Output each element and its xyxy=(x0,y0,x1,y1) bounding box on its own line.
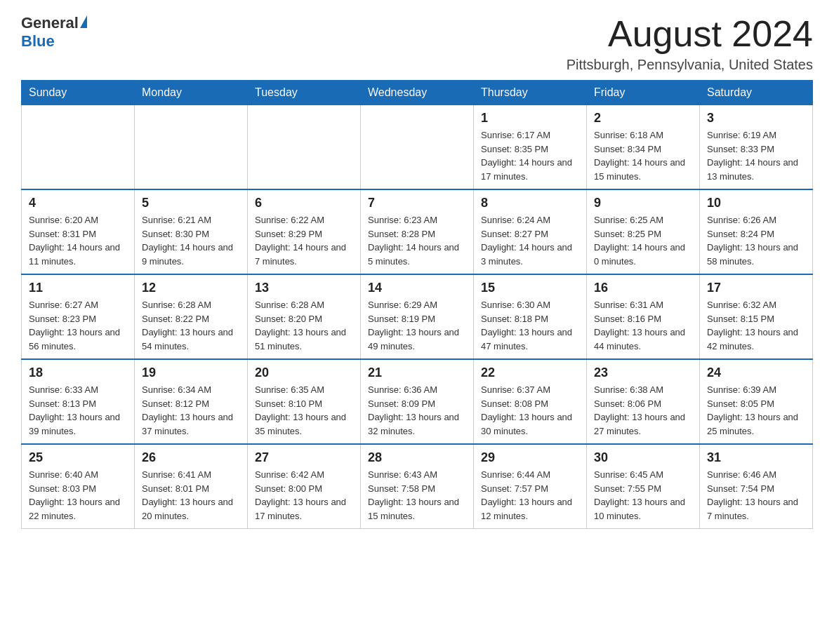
day-info: Sunrise: 6:28 AMSunset: 8:22 PMDaylight:… xyxy=(142,298,240,353)
calendar-cell: 27Sunrise: 6:42 AMSunset: 8:00 PMDayligh… xyxy=(248,444,361,529)
calendar-cell: 3Sunrise: 6:19 AMSunset: 8:33 PMDaylight… xyxy=(700,105,813,190)
day-number: 2 xyxy=(594,111,692,126)
day-number: 1 xyxy=(481,111,579,126)
calendar-cell: 31Sunrise: 6:46 AMSunset: 7:54 PMDayligh… xyxy=(700,444,813,529)
day-of-week-header: Sunday xyxy=(22,81,135,105)
day-number: 4 xyxy=(29,196,127,210)
calendar-header-row: SundayMondayTuesdayWednesdayThursdayFrid… xyxy=(22,81,813,105)
calendar-cell: 4Sunrise: 6:20 AMSunset: 8:31 PMDaylight… xyxy=(22,189,135,274)
calendar-cell: 21Sunrise: 6:36 AMSunset: 8:09 PMDayligh… xyxy=(361,359,474,444)
day-number: 20 xyxy=(255,365,353,380)
calendar-cell: 28Sunrise: 6:43 AMSunset: 7:58 PMDayligh… xyxy=(361,444,474,529)
calendar-cell: 5Sunrise: 6:21 AMSunset: 8:30 PMDaylight… xyxy=(135,189,248,274)
calendar-cell xyxy=(22,105,135,190)
calendar-cell: 8Sunrise: 6:24 AMSunset: 8:27 PMDaylight… xyxy=(474,189,587,274)
day-info: Sunrise: 6:23 AMSunset: 8:28 PMDaylight:… xyxy=(368,213,466,268)
day-info: Sunrise: 6:33 AMSunset: 8:13 PMDaylight:… xyxy=(29,383,127,438)
calendar-cell: 17Sunrise: 6:32 AMSunset: 8:15 PMDayligh… xyxy=(700,274,813,359)
day-number: 16 xyxy=(594,281,692,295)
day-number: 9 xyxy=(594,196,692,210)
day-number: 24 xyxy=(707,365,805,380)
day-number: 14 xyxy=(368,281,466,295)
day-info: Sunrise: 6:38 AMSunset: 8:06 PMDaylight:… xyxy=(594,383,692,438)
day-number: 3 xyxy=(707,111,805,126)
day-info: Sunrise: 6:30 AMSunset: 8:18 PMDaylight:… xyxy=(481,298,579,353)
calendar-cell: 24Sunrise: 6:39 AMSunset: 8:05 PMDayligh… xyxy=(700,359,813,444)
calendar-cell: 20Sunrise: 6:35 AMSunset: 8:10 PMDayligh… xyxy=(248,359,361,444)
day-number: 18 xyxy=(29,365,127,380)
logo-triangle-icon xyxy=(80,15,87,28)
calendar-cell: 29Sunrise: 6:44 AMSunset: 7:57 PMDayligh… xyxy=(474,444,587,529)
day-number: 28 xyxy=(368,450,466,465)
day-number: 7 xyxy=(368,196,466,210)
day-info: Sunrise: 6:29 AMSunset: 8:19 PMDaylight:… xyxy=(368,298,466,353)
day-of-week-header: Friday xyxy=(587,81,700,105)
day-number: 8 xyxy=(481,196,579,210)
day-of-week-header: Saturday xyxy=(700,81,813,105)
calendar-cell: 2Sunrise: 6:18 AMSunset: 8:34 PMDaylight… xyxy=(587,105,700,190)
day-number: 22 xyxy=(481,365,579,380)
calendar-cell: 16Sunrise: 6:31 AMSunset: 8:16 PMDayligh… xyxy=(587,274,700,359)
calendar-cell: 25Sunrise: 6:40 AMSunset: 8:03 PMDayligh… xyxy=(22,444,135,529)
day-info: Sunrise: 6:22 AMSunset: 8:29 PMDaylight:… xyxy=(255,213,353,268)
calendar-cell xyxy=(361,105,474,190)
logo-general: General xyxy=(21,14,79,32)
calendar-cell: 26Sunrise: 6:41 AMSunset: 8:01 PMDayligh… xyxy=(135,444,248,529)
day-info: Sunrise: 6:39 AMSunset: 8:05 PMDaylight:… xyxy=(707,383,805,438)
day-number: 12 xyxy=(142,281,240,295)
day-info: Sunrise: 6:43 AMSunset: 7:58 PMDaylight:… xyxy=(368,468,466,523)
calendar-cell: 6Sunrise: 6:22 AMSunset: 8:29 PMDaylight… xyxy=(248,189,361,274)
day-info: Sunrise: 6:24 AMSunset: 8:27 PMDaylight:… xyxy=(481,213,579,268)
calendar-cell: 14Sunrise: 6:29 AMSunset: 8:19 PMDayligh… xyxy=(361,274,474,359)
location-title: Pittsburgh, Pennsylvania, United States xyxy=(567,57,813,73)
day-info: Sunrise: 6:42 AMSunset: 8:00 PMDaylight:… xyxy=(255,468,353,523)
calendar-cell: 18Sunrise: 6:33 AMSunset: 8:13 PMDayligh… xyxy=(22,359,135,444)
day-info: Sunrise: 6:17 AMSunset: 8:35 PMDaylight:… xyxy=(481,128,579,183)
calendar-week-row: 18Sunrise: 6:33 AMSunset: 8:13 PMDayligh… xyxy=(22,359,813,444)
day-number: 30 xyxy=(594,450,692,465)
calendar-cell: 19Sunrise: 6:34 AMSunset: 8:12 PMDayligh… xyxy=(135,359,248,444)
day-info: Sunrise: 6:41 AMSunset: 8:01 PMDaylight:… xyxy=(142,468,240,523)
month-title: August 2024 xyxy=(567,14,813,54)
calendar-week-row: 25Sunrise: 6:40 AMSunset: 8:03 PMDayligh… xyxy=(22,444,813,529)
day-info: Sunrise: 6:36 AMSunset: 8:09 PMDaylight:… xyxy=(368,383,466,438)
day-number: 10 xyxy=(707,196,805,210)
day-info: Sunrise: 6:32 AMSunset: 8:15 PMDaylight:… xyxy=(707,298,805,353)
day-of-week-header: Tuesday xyxy=(248,81,361,105)
calendar-cell: 7Sunrise: 6:23 AMSunset: 8:28 PMDaylight… xyxy=(361,189,474,274)
calendar-cell: 30Sunrise: 6:45 AMSunset: 7:55 PMDayligh… xyxy=(587,444,700,529)
day-info: Sunrise: 6:19 AMSunset: 8:33 PMDaylight:… xyxy=(707,128,805,183)
calendar-cell: 9Sunrise: 6:25 AMSunset: 8:25 PMDaylight… xyxy=(587,189,700,274)
calendar-cell: 12Sunrise: 6:28 AMSunset: 8:22 PMDayligh… xyxy=(135,274,248,359)
day-number: 5 xyxy=(142,196,240,210)
day-info: Sunrise: 6:40 AMSunset: 8:03 PMDaylight:… xyxy=(29,468,127,523)
day-of-week-header: Thursday xyxy=(474,81,587,105)
day-number: 11 xyxy=(29,281,127,295)
calendar-week-row: 4Sunrise: 6:20 AMSunset: 8:31 PMDaylight… xyxy=(22,189,813,274)
day-info: Sunrise: 6:31 AMSunset: 8:16 PMDaylight:… xyxy=(594,298,692,353)
day-number: 19 xyxy=(142,365,240,380)
day-number: 17 xyxy=(707,281,805,295)
day-info: Sunrise: 6:35 AMSunset: 8:10 PMDaylight:… xyxy=(255,383,353,438)
day-info: Sunrise: 6:27 AMSunset: 8:23 PMDaylight:… xyxy=(29,298,127,353)
day-info: Sunrise: 6:25 AMSunset: 8:25 PMDaylight:… xyxy=(594,213,692,268)
calendar-week-row: 11Sunrise: 6:27 AMSunset: 8:23 PMDayligh… xyxy=(22,274,813,359)
day-number: 31 xyxy=(707,450,805,465)
day-number: 6 xyxy=(255,196,353,210)
calendar-cell: 11Sunrise: 6:27 AMSunset: 8:23 PMDayligh… xyxy=(22,274,135,359)
day-info: Sunrise: 6:37 AMSunset: 8:08 PMDaylight:… xyxy=(481,383,579,438)
day-number: 15 xyxy=(481,281,579,295)
calendar-cell xyxy=(135,105,248,190)
calendar-cell: 1Sunrise: 6:17 AMSunset: 8:35 PMDaylight… xyxy=(474,105,587,190)
day-info: Sunrise: 6:46 AMSunset: 7:54 PMDaylight:… xyxy=(707,468,805,523)
calendar-cell: 15Sunrise: 6:30 AMSunset: 8:18 PMDayligh… xyxy=(474,274,587,359)
calendar-week-row: 1Sunrise: 6:17 AMSunset: 8:35 PMDaylight… xyxy=(22,105,813,190)
calendar-title-area: August 2024 Pittsburgh, Pennsylvania, Un… xyxy=(567,14,813,73)
calendar-cell: 23Sunrise: 6:38 AMSunset: 8:06 PMDayligh… xyxy=(587,359,700,444)
calendar-cell xyxy=(248,105,361,190)
day-info: Sunrise: 6:20 AMSunset: 8:31 PMDaylight:… xyxy=(29,213,127,268)
page-header: General Blue August 2024 Pittsburgh, Pen… xyxy=(21,14,813,73)
day-info: Sunrise: 6:28 AMSunset: 8:20 PMDaylight:… xyxy=(255,298,353,353)
day-number: 23 xyxy=(594,365,692,380)
day-info: Sunrise: 6:45 AMSunset: 7:55 PMDaylight:… xyxy=(594,468,692,523)
